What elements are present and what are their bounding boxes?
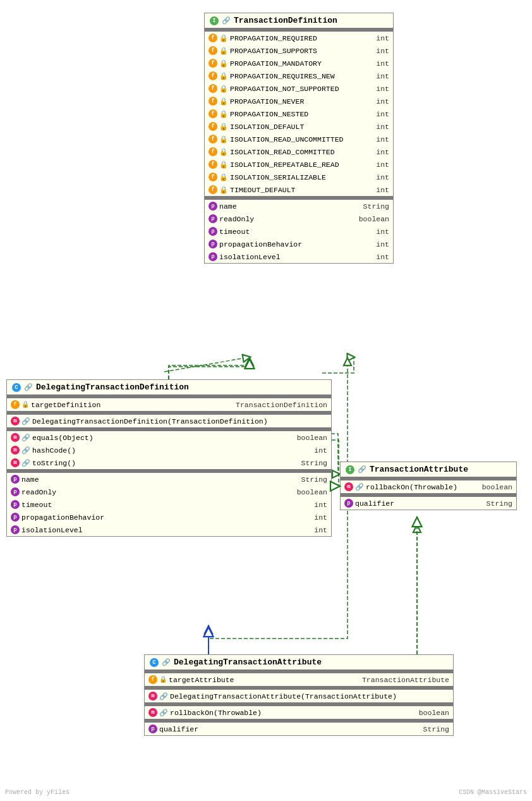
transaction-definition-box: I 🔗 TransactionDefinition f 🔒 PROPAGATIO… bbox=[204, 13, 394, 264]
dtd-prop-timeout: p timeout int bbox=[7, 498, 331, 511]
delegating-ta-box: C 🔗 DelegatingTransactionAttribute f 🔒 t… bbox=[144, 654, 454, 736]
dtd-method-equals: m 🔗 equals(Object) boolean bbox=[7, 431, 331, 444]
dtd-constructor: m 🔗 DelegatingTransactionDefinition(Tran… bbox=[7, 415, 331, 427]
dtd-prop-propagation: p propagationBehavior int bbox=[7, 511, 331, 523]
svg-line-3 bbox=[164, 357, 250, 372]
td-field-9: f 🔒 ISOLATION_READ_UNCOMMITTED int bbox=[205, 133, 393, 145]
dtd-prop-readonly: p readOnly boolean bbox=[7, 486, 331, 498]
dtd-field-target: f 🔒 targetDefinition TransactionDefiniti… bbox=[7, 398, 331, 411]
ta-method-rollback: m 🔗 rollbackOn(Throwable) boolean bbox=[341, 480, 516, 493]
td-prop-name: p name String bbox=[205, 200, 393, 212]
td-field-10: f 🔒 ISOLATION_READ_COMMITTED int bbox=[205, 145, 393, 158]
td-field-11: f 🔒 ISOLATION_REPEATABLE_READ int bbox=[205, 158, 393, 171]
td-field-6: f 🔒 PROPAGATION_NEVER int bbox=[205, 95, 393, 107]
dta-constructor: m 🔗 DelegatingTransactionAttribute(Trans… bbox=[145, 690, 453, 702]
td-prop-isolation: p isolationLevel int bbox=[205, 250, 393, 263]
diagram-canvas: I 🔗 TransactionDefinition f 🔒 PROPAGATIO… bbox=[0, 0, 532, 801]
dta-title: DelegatingTransactionAttribute bbox=[174, 657, 322, 667]
td-field-3: f 🔒 PROPAGATION_MANDATORY int bbox=[205, 57, 393, 70]
transaction-attribute-box: I 🔗 TransactionAttribute m 🔗 rollbackOn(… bbox=[340, 462, 517, 510]
td-field-2: f 🔒 PROPAGATION_SUPPORTS int bbox=[205, 44, 393, 57]
dtd-title: DelegatingTransactionDefinition bbox=[36, 382, 189, 392]
dta-field-target: f 🔒 targetAttribute TransactionAttribute bbox=[145, 673, 453, 686]
td-field-5: f 🔒 PROPAGATION_NOT_SUPPORTED int bbox=[205, 82, 393, 95]
td-field-1: f 🔒 PROPAGATION_REQUIRED int bbox=[205, 32, 393, 44]
dtd-method-tostring: m 🔗 toString() String bbox=[7, 456, 331, 469]
td-prop-propagation: p propagationBehavior int bbox=[205, 238, 393, 250]
td-arrow: 🔗 bbox=[222, 16, 231, 25]
ta-header: I 🔗 TransactionAttribute bbox=[341, 462, 516, 477]
delegating-td-box: C 🔗 DelegatingTransactionDefinition f 🔒 … bbox=[6, 379, 332, 537]
watermark-right: CSDN @MassiveStars bbox=[459, 789, 527, 796]
td-prop-timeout: p timeout int bbox=[205, 225, 393, 238]
dta-method-rollback: m 🔗 rollbackOn(Throwable) boolean bbox=[145, 706, 453, 719]
dtd-prop-isolation: p isolationLevel int bbox=[7, 523, 331, 536]
td-field-4: f 🔒 PROPAGATION_REQUIRES_NEW int bbox=[205, 70, 393, 82]
td-field-13: f 🔒 TIMEOUT_DEFAULT int bbox=[205, 183, 393, 196]
dtd-header: C 🔗 DelegatingTransactionDefinition bbox=[7, 380, 331, 394]
ta-prop-qualifier: p qualifier String bbox=[341, 497, 516, 510]
td-title: TransactionDefinition bbox=[234, 16, 337, 25]
td-badge-i: I bbox=[210, 16, 219, 25]
watermark-left: Powered by yFiles bbox=[5, 789, 70, 796]
dta-prop-qualifier: p qualifier String bbox=[145, 723, 453, 735]
td-field-12: f 🔒 ISOLATION_SERIALIZABLE int bbox=[205, 171, 393, 183]
dtd-method-hashcode: m 🔗 hashCode() int bbox=[7, 444, 331, 456]
td-header: I 🔗 TransactionDefinition bbox=[205, 13, 393, 28]
ta-title: TransactionAttribute bbox=[370, 465, 468, 474]
td-prop-readonly: p readOnly boolean bbox=[205, 212, 393, 225]
td-field-7: f 🔒 PROPAGATION_NESTED int bbox=[205, 107, 393, 120]
td-field-8: f 🔒 ISOLATION_DEFAULT int bbox=[205, 120, 393, 133]
dtd-prop-name: p name String bbox=[7, 473, 331, 486]
dta-header: C 🔗 DelegatingTransactionAttribute bbox=[145, 655, 453, 670]
